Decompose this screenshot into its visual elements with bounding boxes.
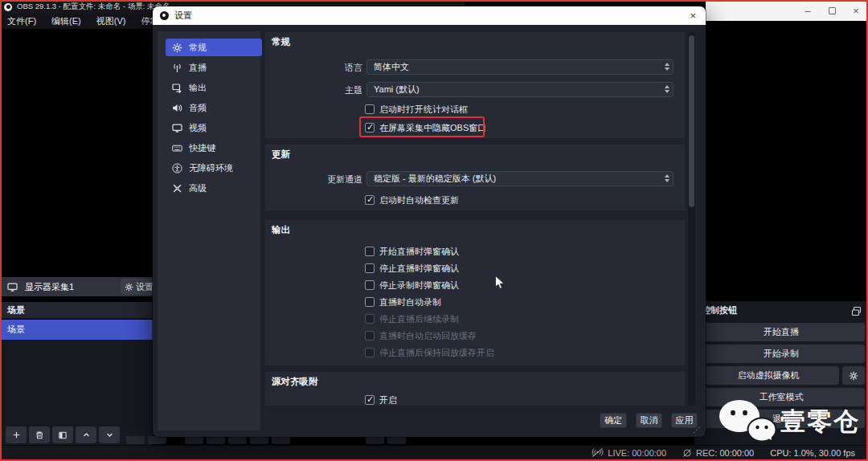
checkbox-open-stats-label: 启动时打开统计对话框 <box>379 104 468 116</box>
nav-item-video[interactable]: 视频 <box>166 119 262 137</box>
mouse-cursor <box>494 275 506 294</box>
checkbox-confirm-start-stream[interactable] <box>365 247 375 256</box>
checkbox-auto-record-when-streaming[interactable] <box>365 297 375 307</box>
section-updates-header: 更新 <box>272 149 290 161</box>
tools-icon <box>172 183 182 194</box>
hidden-toolbar-button <box>148 436 166 444</box>
nav-item-stream[interactable]: 直播 <box>166 59 262 76</box>
nav-item-hotkeys[interactable]: 快捷键 <box>166 139 262 157</box>
panel-icon <box>58 430 68 440</box>
source-settings-button[interactable]: 设置 <box>121 279 153 295</box>
red-highlight-annotation <box>359 116 485 137</box>
remove-scene-button[interactable] <box>29 426 50 443</box>
checkbox-keep-recording-after-stream <box>365 314 375 324</box>
nav-item-accessibility[interactable]: 无障碍环境 <box>166 159 262 177</box>
start-streaming-button[interactable]: 开始直播 <box>698 323 865 341</box>
ok-button[interactable]: 确定 <box>600 413 627 428</box>
close-dialog-button[interactable]: × <box>690 6 696 25</box>
checkbox-open-stats[interactable] <box>365 104 375 114</box>
settings-dialog-title: 设置 <box>174 10 192 22</box>
scenes-dock-header: 场景 <box>0 302 153 319</box>
menu-view[interactable]: 视图(V) <box>96 15 126 27</box>
close-window-button[interactable]: × <box>844 0 868 21</box>
caption-strip: – × <box>706 0 868 21</box>
minimize-button[interactable]: – <box>796 0 820 21</box>
checkbox-label: 停止录制时弹窗确认 <box>379 279 459 292</box>
hidden-toolbar-button <box>228 436 247 444</box>
gear-icon <box>125 283 133 292</box>
chevron-down-icon <box>105 430 114 439</box>
maximize-button[interactable] <box>820 0 844 21</box>
checkbox-label: 直播时自动启动回放缓存 <box>379 330 477 342</box>
update-channel-select[interactable]: 稳定版 - 最新的稳定版本 (默认) <box>366 171 674 186</box>
checkbox-label: 停止直播后继续录制 <box>379 313 459 325</box>
monitor-icon <box>7 282 18 292</box>
speaker-icon <box>172 103 182 113</box>
wechat-watermark: 壹零仓 <box>718 399 860 444</box>
checkbox-confirm-stop-record[interactable] <box>365 280 375 290</box>
move-scene-down-button[interactable] <box>99 426 120 443</box>
live-status: LIVE: 00:00:00 <box>592 448 666 458</box>
virtual-camera-settings-button[interactable] <box>842 366 865 385</box>
screenshot-root: OBS 29.1.3 - 配置文件: 未命名 - 场景: 未命名 文件(F) 编… <box>0 0 868 461</box>
restore-icon <box>829 7 836 14</box>
cancel-button[interactable]: 取消 <box>636 413 662 428</box>
nav-item-general[interactable]: 常规 <box>166 39 262 56</box>
checkbox-snapping-enable-label: 开启 <box>379 394 397 406</box>
section-general: 常规 语言 简体中文 主题 Yami (默认) 启动时打开统计对话框 ✓ 在屏幕… <box>265 32 685 138</box>
nav-item-advanced[interactable]: 高级 <box>166 179 262 197</box>
hidden-toolbar-button <box>207 436 225 444</box>
scene-list-item-selected[interactable]: 场景 <box>0 320 153 340</box>
section-updates: 更新 更新通道 稳定版 - 最新的稳定版本 (默认) ✓ 启动时自动检查更新 <box>265 145 685 210</box>
hidden-toolbar-button <box>387 436 406 444</box>
hidden-toolbar-button <box>250 436 268 444</box>
gear-icon <box>849 371 858 381</box>
source-row-display-capture[interactable]: 显示器采集1 设置 <box>0 277 153 296</box>
keyboard-icon <box>172 143 182 153</box>
record-disabled-icon <box>682 448 692 458</box>
trash-icon <box>35 430 44 440</box>
window-title: OBS 29.1.3 - 配置文件: 未命名 - 场景: 未命名 <box>17 2 170 12</box>
cpu-status: CPU: 1.0%, 30.00 fps <box>770 448 855 458</box>
status-bar: LIVE: 00:00:00 REC: 00:00:00 CPU: 1.0%, … <box>0 445 868 459</box>
checkbox-snapping-enable[interactable]: ✓ <box>365 395 375 405</box>
checkbox-label: 直播时自动录制 <box>379 296 441 308</box>
settings-dialog-titlebar: 设置 × <box>153 6 706 25</box>
settings-nav: 常规 直播 输出 音频 视频 快捷键 <box>158 31 260 430</box>
hidden-toolbar-button <box>272 436 290 444</box>
menu-file[interactable]: 文件(F) <box>7 15 36 27</box>
wechat-logo-icon <box>718 399 777 444</box>
obs-logo-icon <box>160 11 169 20</box>
spinner-icon <box>665 174 669 182</box>
start-virtual-camera-button[interactable]: 启动虚拟摄像机 <box>698 366 839 385</box>
language-select[interactable]: 简体中文 <box>366 59 674 75</box>
hidden-toolbar-button <box>366 436 384 444</box>
section-general-header: 常规 <box>272 36 290 48</box>
dialog-scrollbar-handle[interactable] <box>689 35 694 207</box>
nav-item-audio[interactable]: 音频 <box>166 99 262 116</box>
move-scene-up-button[interactable] <box>76 426 96 443</box>
theme-select[interactable]: Yami (默认) <box>366 82 674 97</box>
checkbox-auto-replay-buffer <box>365 331 375 341</box>
rec-status: REC: 00:00:00 <box>682 448 754 458</box>
broadcast-disabled-icon <box>592 448 604 457</box>
antenna-icon <box>172 63 182 73</box>
add-scene-button[interactable] <box>6 426 27 443</box>
checkbox-keep-replay-buffer <box>365 348 375 357</box>
nav-item-output[interactable]: 输出 <box>166 79 262 96</box>
checkbox-auto-update[interactable]: ✓ <box>365 195 375 205</box>
hidden-toolbar-button <box>185 436 203 444</box>
popout-icon[interactable] <box>851 306 862 316</box>
section-snapping: 源对齐吸附 ✓ 开启 <box>265 372 685 406</box>
obs-logo-icon <box>4 3 12 11</box>
start-recording-button[interactable]: 开始录制 <box>698 345 865 363</box>
resize-grip[interactable]: ⋰ <box>693 426 700 434</box>
monitor-icon <box>172 123 182 133</box>
controls-dock-header: 控制按钮 <box>702 304 737 316</box>
source-name: 显示器采集1 <box>25 281 74 293</box>
scene-filters-button[interactable] <box>52 426 73 443</box>
section-output-header: 输出 <box>272 224 290 236</box>
section-snapping-header: 源对齐吸附 <box>272 376 318 388</box>
menu-edit[interactable]: 编辑(E) <box>51 15 81 27</box>
checkbox-confirm-stop-stream[interactable] <box>365 263 375 273</box>
